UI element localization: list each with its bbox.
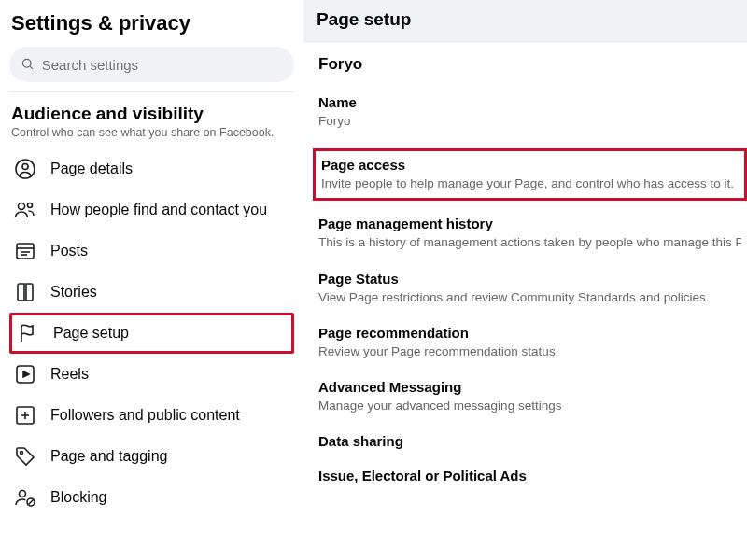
svg-point-14 xyxy=(21,452,23,455)
sidebar-item-page-details[interactable]: Page details xyxy=(9,148,294,189)
svg-point-0 xyxy=(22,59,31,67)
setting-management-history[interactable]: Page management history This is a histor… xyxy=(318,216,747,251)
section-heading: Audience and visibility xyxy=(9,102,294,126)
sidebar-item-blocking[interactable]: Blocking xyxy=(9,477,294,518)
setting-title: Page Status xyxy=(318,271,741,287)
svg-rect-6 xyxy=(17,244,34,259)
setting-title: Name xyxy=(318,94,741,110)
people-icon xyxy=(13,198,37,222)
sidebar-item-label: How people find and contact you xyxy=(50,202,267,218)
svg-line-17 xyxy=(28,499,34,505)
setting-desc: This is a history of management actions … xyxy=(318,234,741,251)
setting-title: Issue, Electoral or Political Ads xyxy=(318,468,741,483)
setting-political-ads[interactable]: Issue, Electoral or Political Ads xyxy=(318,468,747,483)
setting-page-recommendation[interactable]: Page recommendation Review your Page rec… xyxy=(318,325,747,360)
sidebar-item-label: Page setup xyxy=(53,325,129,342)
svg-point-4 xyxy=(19,203,25,210)
setting-desc: Foryo xyxy=(318,113,741,130)
sidebar-item-label: Posts xyxy=(50,243,88,259)
main-panel: Page setup Foryo Name Foryo Page access … xyxy=(303,0,747,560)
person-circle-icon xyxy=(13,157,37,181)
sidebar-item-page-tagging[interactable]: Page and tagging xyxy=(9,436,294,477)
section-subheading: Control who can see what you share on Fa… xyxy=(9,126,294,148)
tag-icon xyxy=(13,444,37,469)
sidebar-item-label: Page details xyxy=(50,161,133,177)
sidebar-item-posts[interactable]: Posts xyxy=(9,231,294,272)
svg-line-1 xyxy=(30,66,33,69)
sidebar-item-label: Stories xyxy=(50,284,97,301)
main-header: Page setup xyxy=(303,0,747,42)
settings-sidebar: Settings & privacy Audience and visibili… xyxy=(0,0,303,560)
setting-title: Data sharing xyxy=(318,433,741,449)
setting-page-status[interactable]: Page Status View Page restrictions and r… xyxy=(318,271,747,306)
setting-name[interactable]: Name Foryo xyxy=(318,94,747,130)
setting-title: Advanced Messaging xyxy=(318,379,741,395)
setting-title: Page access xyxy=(321,157,737,173)
search-icon xyxy=(21,57,35,72)
stories-icon xyxy=(13,280,37,304)
setting-advanced-messaging[interactable]: Advanced Messaging Manage your advanced … xyxy=(318,379,747,414)
sidebar-title: Settings & privacy xyxy=(9,7,294,47)
flag-icon xyxy=(16,321,40,345)
sidebar-item-stories[interactable]: Stories xyxy=(9,272,294,313)
setting-desc: Invite people to help manage your Page, … xyxy=(321,175,737,192)
svg-point-3 xyxy=(22,164,28,170)
main-body: Foryo Name Foryo Page access Invite peop… xyxy=(303,42,747,502)
reels-icon xyxy=(13,362,37,386)
setting-title: Page management history xyxy=(318,216,741,231)
search-container[interactable] xyxy=(9,47,294,82)
sidebar-item-label: Page and tagging xyxy=(50,448,167,465)
main-header-title: Page setup xyxy=(317,9,734,30)
followers-icon xyxy=(13,403,37,427)
search-input[interactable] xyxy=(42,57,283,73)
divider xyxy=(9,91,294,92)
svg-point-15 xyxy=(20,491,26,497)
sidebar-item-how-people-find[interactable]: How people find and contact you xyxy=(9,189,294,231)
setting-desc: Review your Page recommendation status xyxy=(318,343,741,360)
sidebar-item-followers[interactable]: Followers and public content xyxy=(9,395,294,436)
sidebar-item-reels[interactable]: Reels xyxy=(9,354,294,395)
svg-point-5 xyxy=(28,203,33,208)
sidebar-item-label: Reels xyxy=(50,366,89,383)
posts-icon xyxy=(13,239,37,263)
sidebar-item-label: Followers and public content xyxy=(50,407,240,424)
sidebar-item-label: Blocking xyxy=(50,489,106,506)
setting-desc: View Page restrictions and review Commun… xyxy=(318,289,741,306)
setting-page-access[interactable]: Page access Invite people to help manage… xyxy=(313,148,747,201)
setting-desc: Manage your advanced messaging settings xyxy=(318,398,741,414)
page-name-heading: Foryo xyxy=(318,55,747,74)
setting-data-sharing[interactable]: Data sharing xyxy=(318,433,747,449)
blocking-icon xyxy=(13,485,37,510)
sidebar-item-page-setup[interactable]: Page setup xyxy=(9,313,294,354)
setting-title: Page recommendation xyxy=(318,325,741,341)
